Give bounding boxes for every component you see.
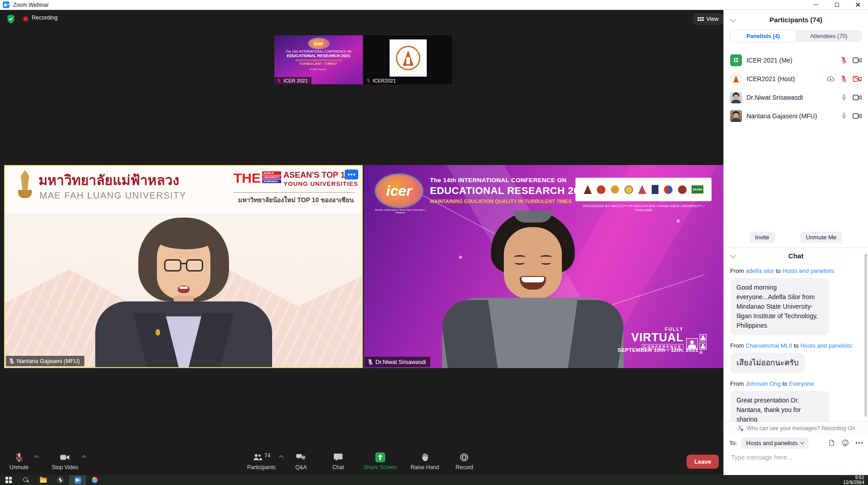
chat-message-input[interactable]: [730, 453, 862, 461]
avatar: [730, 110, 742, 122]
thumbnail-name-label: ICER2021: [364, 77, 400, 84]
speaker-nantana-illustration: [86, 218, 281, 367]
tab-attendees[interactable]: Attendees (70): [796, 30, 862, 42]
file-attach-icon[interactable]: [828, 439, 835, 446]
participant-row[interactable]: I2 ICER 2021 (Me): [724, 51, 868, 69]
chat-message-meta: From adelfa silor to Hosts and panelists…: [730, 267, 861, 274]
participants-title: Participants (74): [770, 16, 823, 24]
video-tile-niwat[interactable]: icer Faculty of Education | Khon Kaen Un…: [364, 165, 723, 368]
chat-button[interactable]: Chat: [327, 452, 350, 470]
search-icon: [23, 477, 29, 483]
zoom-webinar-window: Zoom Webinar Recording View icer The 14t…: [0, 0, 868, 485]
chat-message-meta: From Charoenchai MLII to Hosts and panel…: [730, 342, 861, 349]
thumbnail-icer2021[interactable]: ICER2021: [364, 35, 452, 84]
unmute-button[interactable]: Unmute: [7, 452, 31, 470]
chrome-icon: [92, 477, 98, 483]
close-button[interactable]: [847, 0, 868, 10]
raise-hand-button[interactable]: Raise Hand: [410, 452, 439, 470]
minimize-icon: [814, 5, 818, 5]
share-screen-button[interactable]: Share Screen: [364, 452, 397, 470]
icer-logo: icer: [376, 175, 422, 207]
taskbar-zoom-active[interactable]: [69, 475, 86, 485]
avatar: I2: [730, 54, 742, 66]
windows-taskbar: 9:51 12/9/2564: [0, 475, 868, 485]
muted-mic-icon: [366, 78, 371, 83]
video-tile-nantana[interactable]: มหาวิทยาลัยแม่ฟ้าหลวง MAE FAH LUANG UNIV…: [4, 165, 363, 368]
collapse-participants-chevron-icon[interactable]: [730, 16, 736, 22]
qa-icon: [296, 452, 307, 462]
chat-message-bubble: Good morning everyone...Adelfa Silor fro…: [730, 278, 829, 335]
muted-mic-icon: [840, 75, 847, 82]
qa-button[interactable]: Q&A: [289, 452, 313, 470]
muted-mic-icon: [9, 358, 15, 364]
maximize-button[interactable]: [826, 0, 847, 10]
camera-icon: [853, 94, 862, 101]
participants-button[interactable]: 74 Participants: [247, 452, 276, 470]
person-tile-icon: [699, 334, 707, 341]
obs-icon: [57, 477, 63, 483]
chat-recipient-link[interactable]: Hosts and panelists:: [782, 267, 835, 274]
chat-message-bubble: เสียงไม่ออกนะครับ: [730, 353, 805, 373]
muted-mic-icon: [367, 359, 373, 365]
chat-recipient-link[interactable]: Hosts and panelists:: [800, 342, 853, 349]
participant-row[interactable]: ICER2021 (Host): [724, 69, 868, 88]
clock-date: 12/9/2564: [843, 480, 864, 485]
invite-button[interactable]: Invite: [749, 232, 775, 243]
meeting-toolbar: Unmute Stop Video 74 Participants: [0, 449, 723, 475]
chat-recipient-link[interactable]: Everyone:: [789, 380, 815, 387]
muted-mic-icon: [14, 452, 24, 462]
taskbar-file-explorer[interactable]: [34, 475, 52, 485]
video-more-options-button[interactable]: [345, 170, 358, 179]
leave-button[interactable]: Leave: [687, 455, 719, 469]
emoji-icon[interactable]: [842, 439, 849, 446]
the-rankings-logo: THE WORLD UNIVERSITY RANKINGS: [234, 171, 281, 185]
minimize-button[interactable]: [805, 0, 826, 10]
taskbar-obs[interactable]: [52, 475, 69, 485]
participant-row[interactable]: Dr.Niwat Srisawasdi: [724, 88, 868, 107]
chat-privacy-note: Who can see your messages? Recording On: [724, 422, 868, 434]
avatar: [730, 73, 742, 85]
participants-options-caret[interactable]: [279, 456, 283, 460]
participant-row[interactable]: Nantana Gajaseni (MFU): [724, 107, 868, 125]
fully-virtual-badge: FULLY VIRTUAL CONFERENCE: [631, 327, 707, 350]
taskbar-clock[interactable]: 9:51 12/9/2564: [843, 475, 864, 485]
chat-recipient-row: To: Hosts and panelists: [724, 436, 868, 450]
video-options-caret[interactable]: [82, 456, 86, 460]
start-button[interactable]: [0, 475, 17, 485]
folder-icon: [40, 478, 47, 483]
chat-sender-link[interactable]: adelfa silor: [746, 267, 774, 274]
stop-video-button[interactable]: Stop Video: [52, 452, 78, 470]
mic-icon: [841, 112, 847, 120]
view-button[interactable]: View: [693, 13, 723, 25]
icer-logo: icer: [309, 39, 329, 48]
taskbar-chrome[interactable]: [86, 475, 103, 485]
unmute-me-button[interactable]: Unmute Me: [800, 232, 842, 243]
mfu-emblem-icon: [17, 170, 33, 201]
chat-scrollbar[interactable]: [864, 254, 867, 417]
participants-tabs: Panelists (4) Attendees (70): [730, 30, 862, 42]
mic-icon: [841, 93, 847, 101]
taskbar-search-button[interactable]: [17, 475, 34, 485]
thumbnail-name-label: ICER 2021: [274, 77, 312, 84]
unmute-options-caret[interactable]: [34, 456, 39, 460]
participants-list: I2 ICER 2021 (Me) ICER2021 (Host) Dr.Ni: [724, 51, 868, 125]
faculty-emblem-icon: [396, 46, 420, 70]
security-shield-icon[interactable]: [6, 14, 15, 26]
camera-icon: [59, 452, 70, 462]
tab-panelists[interactable]: Panelists (4): [730, 30, 796, 42]
chat-sender-link[interactable]: Charoenchai MLII: [746, 342, 792, 349]
record-button[interactable]: Record: [453, 452, 476, 470]
recipient-dropdown[interactable]: Hosts and panelists: [741, 437, 808, 449]
collapse-chat-chevron-icon[interactable]: [730, 252, 736, 258]
mfu-slide-header: มหาวิทยาลัยแม่ฟ้าหลวง MAE FAH LUANG UNIV…: [5, 166, 362, 213]
meeting-main-area: Recording View icer The 14th INTERNATION…: [0, 10, 723, 475]
camera-icon: [853, 57, 862, 63]
thumbnail-icer-poster[interactable]: icer The 14th INTERNATIONAL CONFERENCE O…: [274, 35, 363, 84]
speaker-niwat-illustration: [433, 212, 633, 368]
more-options-icon[interactable]: [856, 442, 863, 444]
person-tile-icon: [699, 343, 707, 350]
chat-sender-link[interactable]: Johnson Ong: [746, 380, 780, 387]
close-icon: [855, 2, 860, 7]
participants-header: Participants (74): [724, 10, 868, 29]
share-screen-icon: [375, 452, 385, 462]
